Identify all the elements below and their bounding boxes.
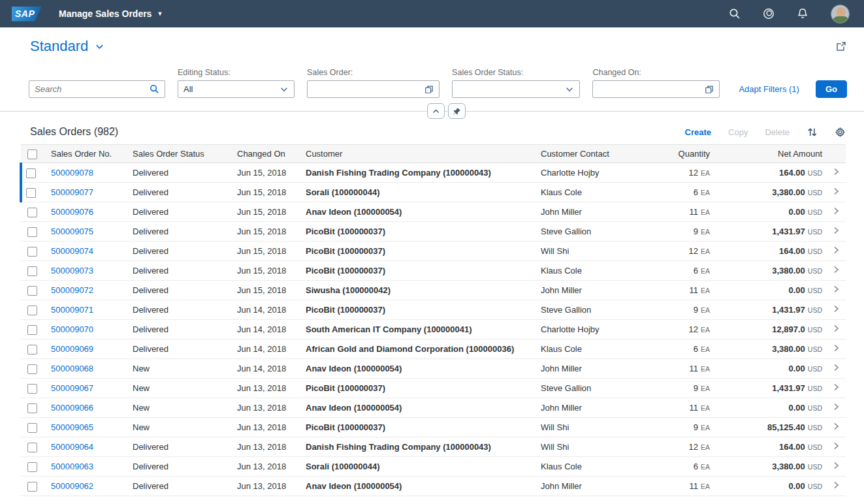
search-icon[interactable]	[150, 84, 159, 94]
table-row[interactable]: 500009067 New Jun 13, 2018 PicoBit (1000…	[21, 379, 846, 398]
editing-status-select[interactable]: All	[178, 80, 295, 98]
column-header-customer[interactable]: Customer	[300, 145, 536, 163]
delete-button[interactable]: Delete	[765, 127, 790, 137]
sales-order-link[interactable]: 500009075	[51, 227, 93, 236]
sales-order-link[interactable]: 500009064	[51, 442, 93, 452]
column-header-changed-on[interactable]: Changed On	[232, 145, 300, 163]
row-navigation-cell[interactable]	[827, 437, 846, 457]
variant-selector[interactable]: Standard	[30, 38, 104, 55]
changed-on-input[interactable]	[598, 84, 705, 94]
settings-icon[interactable]	[835, 127, 846, 138]
sales-order-link[interactable]: 500009077	[51, 187, 93, 197]
sales-order-link[interactable]: 500009076	[51, 207, 93, 217]
search-input[interactable]	[35, 84, 150, 94]
row-navigation-cell[interactable]	[827, 457, 846, 477]
sales-order-link[interactable]: 500009062	[51, 481, 93, 491]
row-navigation-cell[interactable]	[827, 222, 846, 242]
sales-order-link[interactable]: 500009065	[51, 422, 93, 432]
row-checkbox[interactable]	[27, 345, 37, 354]
value-help-icon[interactable]	[705, 85, 714, 94]
select-all-checkbox[interactable]	[27, 150, 37, 159]
row-navigation-cell[interactable]	[827, 359, 846, 379]
create-button[interactable]: Create	[685, 127, 711, 137]
row-checkbox[interactable]	[27, 423, 37, 433]
table-row[interactable]: 500009063 Delivered Jun 13, 2018 Sorali …	[21, 457, 846, 477]
row-navigation-cell[interactable]	[827, 339, 846, 359]
sap-logo[interactable]: SAP	[12, 7, 42, 22]
go-button[interactable]: Go	[816, 80, 847, 98]
table-row[interactable]: 500009062 Delivered Jun 13, 2018 Anav Id…	[21, 477, 846, 496]
row-checkbox[interactable]	[26, 188, 36, 198]
copy-button[interactable]: Copy	[728, 127, 748, 137]
table-row[interactable]: 500009076 Delivered Jun 15, 2018 Anav Id…	[21, 202, 846, 222]
sales-order-link[interactable]: 500009074	[51, 246, 93, 256]
row-checkbox[interactable]	[27, 325, 37, 335]
adapt-filters-link[interactable]: Adapt Filters (1)	[739, 84, 799, 94]
collapse-filter-button[interactable]	[427, 103, 445, 119]
row-checkbox[interactable]	[27, 306, 37, 315]
row-checkbox[interactable]	[27, 462, 37, 472]
sales-order-link[interactable]: 500009063	[51, 462, 93, 471]
sales-order-link[interactable]: 500009068	[51, 364, 93, 373]
table-row[interactable]: 500009065 New Jun 13, 2018 PicoBit (1000…	[21, 418, 846, 437]
column-header-net-amount[interactable]: Net Amount	[715, 145, 827, 163]
search-icon[interactable]	[729, 8, 741, 20]
table-row[interactable]: 500009073 Delivered Jun 15, 2018 PicoBit…	[21, 261, 846, 281]
sales-order-status-select[interactable]	[452, 80, 580, 98]
row-checkbox[interactable]	[27, 208, 37, 217]
row-navigation-cell[interactable]	[827, 398, 846, 418]
row-checkbox[interactable]	[27, 384, 37, 394]
share-icon[interactable]	[835, 40, 847, 52]
table-row[interactable]: 500009066 New Jun 13, 2018 Anav Ideon (1…	[21, 398, 846, 418]
sales-order-link[interactable]: 500009078	[51, 168, 93, 178]
row-navigation-cell[interactable]	[827, 183, 846, 202]
row-checkbox[interactable]	[27, 403, 37, 413]
value-help-icon[interactable]	[424, 85, 434, 94]
table-row[interactable]: 500009072 Delivered Jun 15, 2018 Siwusha…	[21, 281, 846, 300]
row-checkbox[interactable]	[27, 286, 37, 296]
app-title-menu[interactable]: Manage Sales Orders ▼	[59, 8, 163, 19]
row-navigation-cell[interactable]	[827, 242, 846, 261]
sales-order-input[interactable]	[313, 84, 424, 94]
sales-order-link[interactable]: 500009071	[51, 305, 93, 315]
row-checkbox[interactable]	[27, 227, 37, 237]
row-checkbox[interactable]	[27, 443, 37, 452]
table-row[interactable]: 500009070 Delivered Jun 14, 2018 South A…	[21, 320, 846, 339]
sales-order-link[interactable]: 500009072	[51, 285, 93, 295]
sort-icon[interactable]	[807, 127, 818, 138]
table-row[interactable]: 500009068 New Jun 14, 2018 Anav Ideon (1…	[21, 359, 846, 379]
row-checkbox[interactable]	[27, 266, 37, 276]
user-avatar[interactable]	[831, 5, 850, 24]
sales-order-link[interactable]: 500009073	[51, 266, 93, 276]
row-navigation-cell[interactable]	[827, 163, 846, 183]
bell-icon[interactable]	[797, 8, 808, 20]
sales-order-link[interactable]: 500009067	[51, 383, 93, 393]
column-header-sales-order-status[interactable]: Sales Order Status	[127, 145, 232, 163]
sales-order-link[interactable]: 500009070	[51, 324, 93, 334]
table-row[interactable]: 500009075 Delivered Jun 15, 2018 PicoBit…	[21, 222, 846, 242]
row-navigation-cell[interactable]	[827, 477, 846, 496]
column-header-quantity[interactable]: Quantity	[647, 145, 715, 163]
column-header-customer-contact[interactable]: Customer Contact	[536, 145, 647, 163]
table-row[interactable]: 500009078 Delivered Jun 15, 2018 Danish …	[21, 163, 846, 183]
row-navigation-cell[interactable]	[827, 418, 846, 437]
copilot-icon[interactable]	[763, 8, 775, 20]
sales-order-link[interactable]: 500009066	[51, 403, 93, 413]
table-row[interactable]: 500009074 Delivered Jun 15, 2018 PicoBit…	[21, 242, 846, 261]
row-navigation-cell[interactable]	[827, 320, 846, 339]
row-checkbox[interactable]	[27, 247, 37, 257]
row-checkbox[interactable]	[27, 364, 37, 374]
row-checkbox[interactable]	[26, 168, 36, 178]
pin-filter-button[interactable]	[448, 103, 466, 119]
row-navigation-cell[interactable]	[827, 281, 846, 300]
row-checkbox[interactable]	[27, 482, 37, 492]
row-navigation-cell[interactable]	[827, 202, 846, 222]
row-navigation-cell[interactable]	[827, 261, 846, 281]
sales-order-link[interactable]: 500009069	[51, 344, 93, 354]
row-navigation-cell[interactable]	[827, 300, 846, 320]
row-navigation-cell[interactable]	[827, 379, 846, 398]
column-header-sales-order-no[interactable]: Sales Order No.	[46, 145, 127, 163]
table-row[interactable]: 500009071 Delivered Jun 14, 2018 PicoBit…	[21, 300, 846, 320]
table-row[interactable]: 500009077 Delivered Jun 15, 2018 Sorali …	[21, 183, 846, 202]
table-row[interactable]: 500009069 Delivered Jun 14, 2018 African…	[21, 339, 846, 359]
